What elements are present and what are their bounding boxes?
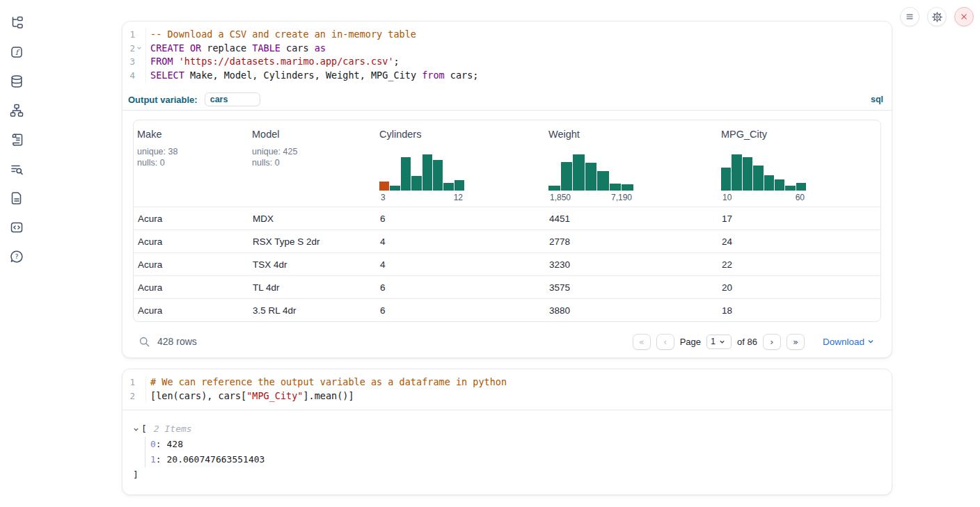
histogram-bar[interactable] bbox=[390, 186, 400, 191]
sidebar-item-logs[interactable] bbox=[8, 160, 26, 178]
histogram-bar[interactable] bbox=[433, 160, 443, 191]
data-table: Makeunique: 38nulls: 0Modelunique: 425nu… bbox=[133, 120, 881, 322]
column-header-mpg_city[interactable]: MPG_City1060 bbox=[718, 120, 880, 207]
null-count: nulls: 0 bbox=[137, 157, 245, 168]
histogram-bar[interactable] bbox=[732, 154, 741, 191]
settings-button[interactable] bbox=[927, 7, 947, 26]
page-select[interactable]: 1 bbox=[706, 335, 732, 349]
collapse-icon[interactable] bbox=[133, 426, 141, 433]
histogram-bar[interactable] bbox=[455, 180, 464, 191]
table-row[interactable]: AcuraTL 4dr6357520 bbox=[134, 275, 880, 298]
sidebar-item-scratchpad[interactable] bbox=[8, 131, 26, 149]
histogram-bar[interactable] bbox=[443, 183, 453, 191]
sidebar-item-help[interactable]: ? bbox=[8, 248, 26, 266]
histogram-bar[interactable] bbox=[561, 162, 573, 191]
code-token: ].mean()] bbox=[303, 390, 354, 401]
table-header-row: Makeunique: 38nulls: 0Modelunique: 425nu… bbox=[134, 120, 880, 207]
code-token: Make, Model, Cylinders, Weight, MPG_City bbox=[184, 70, 422, 81]
histogram-bar[interactable] bbox=[753, 166, 763, 191]
python-code-editor[interactable]: 1# We can reference the output variable … bbox=[122, 369, 892, 410]
histogram-axis-labels: 312 bbox=[379, 193, 464, 202]
code-token: CREATE bbox=[150, 42, 184, 54]
close-button[interactable] bbox=[954, 7, 974, 26]
code-line[interactable]: 4SELECT Make, Model, Cylinders, Weight, … bbox=[122, 69, 892, 83]
document-icon bbox=[10, 191, 24, 205]
code-line[interactable]: 3FROM 'https://datasets.marimo.app/cars.… bbox=[122, 55, 892, 69]
tree-entries: 0: 4281: 20.060747663551403 bbox=[145, 437, 892, 467]
output-variable-input[interactable] bbox=[205, 92, 260, 106]
table-row[interactable]: AcuraRSX Type S 2dr4277824 bbox=[134, 230, 880, 252]
sidebar-item-datasources[interactable] bbox=[8, 72, 26, 90]
column-name: Weight bbox=[548, 129, 714, 140]
column-header-model[interactable]: Modelunique: 425nulls: 0 bbox=[248, 120, 376, 207]
code-line[interactable]: 1# We can reference the output variable … bbox=[122, 376, 892, 389]
table-row[interactable]: AcuraTSX 4dr4323022 bbox=[134, 252, 880, 275]
next-page-button[interactable]: › bbox=[763, 334, 781, 350]
download-button[interactable]: Download bbox=[823, 337, 874, 347]
table-cell: Acura bbox=[134, 299, 248, 321]
function-icon: f bbox=[10, 45, 24, 59]
column-name: MPG_City bbox=[721, 129, 877, 140]
code-text: # We can reference the output variable a… bbox=[146, 376, 507, 389]
histogram-bar[interactable] bbox=[585, 163, 597, 191]
unique-count: unique: 38 bbox=[137, 146, 245, 157]
sql-code-editor[interactable]: 1-- Download a CSV and create an in-memo… bbox=[122, 22, 892, 89]
column-name: Cylinders bbox=[379, 129, 542, 140]
histogram-bars[interactable] bbox=[721, 154, 806, 191]
table-cell: Acura bbox=[134, 207, 248, 230]
column-name: Make bbox=[137, 129, 245, 140]
sidebar-item-functions[interactable]: f bbox=[8, 43, 26, 61]
histogram-bar[interactable] bbox=[796, 183, 806, 191]
column-header-make[interactable]: Makeunique: 38nulls: 0 bbox=[134, 120, 248, 207]
menu-button[interactable] bbox=[900, 7, 919, 26]
sidebar-item-documentation[interactable] bbox=[8, 189, 26, 207]
histogram-bar[interactable] bbox=[597, 171, 609, 191]
column-header-cylinders[interactable]: Cylinders312 bbox=[376, 120, 545, 207]
histogram-bar[interactable] bbox=[379, 182, 389, 191]
histogram-bar[interactable] bbox=[548, 186, 560, 191]
sql-cell: 1-- Download a CSV and create an in-memo… bbox=[122, 21, 892, 358]
table-cell: Acura bbox=[134, 230, 248, 252]
code-line[interactable]: 1-- Download a CSV and create an in-memo… bbox=[122, 28, 892, 42]
histogram-bar[interactable] bbox=[721, 168, 731, 191]
histogram-bar[interactable] bbox=[775, 179, 784, 191]
hamburger-icon bbox=[904, 11, 915, 22]
histogram-axis-labels: 1060 bbox=[721, 193, 806, 202]
tree-entry[interactable]: 0: 428 bbox=[150, 437, 892, 452]
last-page-button[interactable]: » bbox=[787, 334, 805, 350]
code-token: # We can reference the output variable a… bbox=[150, 376, 507, 387]
histogram-bar[interactable] bbox=[573, 154, 585, 191]
axis-min-label: 10 bbox=[722, 193, 732, 202]
prev-page-button[interactable]: ‹ bbox=[656, 334, 674, 350]
sidebar-item-snippets[interactable] bbox=[8, 218, 26, 236]
histogram-bar[interactable] bbox=[743, 157, 752, 191]
table-row[interactable]: Acura3.5 RL 4dr6388018 bbox=[134, 298, 880, 321]
code-token: -- Download a CSV and create an in-memor… bbox=[150, 29, 416, 40]
histogram-bar[interactable] bbox=[422, 154, 432, 191]
code-text: FROM 'https://datasets.marimo.app/cars.c… bbox=[146, 55, 400, 69]
search-icon[interactable] bbox=[139, 336, 150, 348]
histogram-bar[interactable] bbox=[411, 176, 421, 191]
histogram-bar[interactable] bbox=[610, 184, 622, 191]
table-cell: 4451 bbox=[545, 207, 718, 230]
output-variable-row: Output variable: sql bbox=[122, 89, 892, 110]
sidebar-item-dependency-graph[interactable] bbox=[8, 102, 26, 120]
table-row[interactable]: AcuraMDX6445117 bbox=[134, 207, 880, 230]
histogram-bar[interactable] bbox=[785, 186, 795, 191]
first-page-button[interactable]: « bbox=[633, 334, 651, 350]
column-header-weight[interactable]: Weight1,8507,190 bbox=[545, 120, 718, 207]
tree-entry[interactable]: 1: 20.060747663551403 bbox=[150, 452, 892, 467]
table-cell: TL 4dr bbox=[248, 276, 376, 298]
fold-icon[interactable] bbox=[135, 45, 143, 51]
sidebar-item-file-explorer[interactable] bbox=[8, 14, 26, 32]
axis-max-label: 12 bbox=[454, 193, 463, 202]
code-line[interactable]: 2[len(cars), cars["MPG_City"].mean()] bbox=[122, 389, 892, 403]
histogram-bar[interactable] bbox=[764, 175, 774, 191]
histogram-bars[interactable] bbox=[379, 154, 464, 191]
histogram-bars[interactable] bbox=[548, 154, 633, 191]
histogram-bar[interactable] bbox=[401, 157, 411, 191]
histogram-bar[interactable] bbox=[622, 184, 633, 191]
code-line[interactable]: 2CREATE OR replace TABLE cars as bbox=[122, 42, 892, 56]
table-cell: 4 bbox=[376, 253, 545, 275]
line-number: 1 bbox=[122, 376, 146, 389]
